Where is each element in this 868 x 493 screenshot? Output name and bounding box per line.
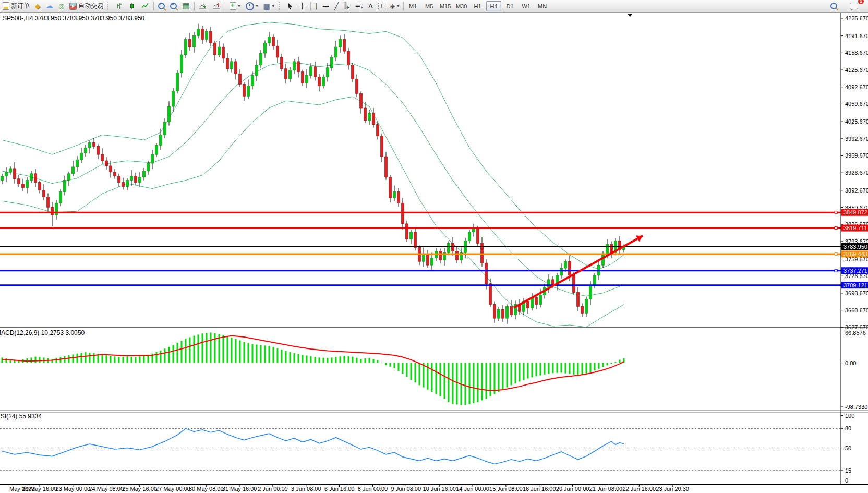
bollinger-bands (2, 22, 624, 327)
timeframe-h1-button[interactable]: H1 (470, 1, 485, 11)
svg-text:3 Jun 08:00: 3 Jun 08:00 (291, 486, 321, 492)
svg-text:50: 50 (845, 445, 851, 451)
bollinger-middle-band (2, 63, 624, 296)
add-indicator-icon: + (230, 2, 236, 10)
line-chart-icon (141, 2, 149, 10)
cursor-icon (286, 2, 293, 10)
tile-windows-button[interactable]: ▦ (179, 1, 192, 11)
svg-text:4191.670: 4191.670 (845, 33, 868, 39)
label-tool-button[interactable]: T (376, 1, 387, 11)
timeframe-mn-button[interactable]: MN (535, 1, 550, 11)
market-watch-button[interactable]: ◆ (32, 1, 43, 11)
main-toolbar: 新订单 ◆ ☁ ◎ 自动交易 + − ▦ + ▾ (0, 0, 868, 13)
chart-shift-button[interactable] (210, 1, 223, 11)
search-button[interactable] (828, 1, 840, 11)
svg-text:3769.443: 3769.443 (843, 251, 867, 257)
svg-text:2 Jun 00:00: 2 Jun 00:00 (258, 486, 288, 492)
svg-text:3819.711: 3819.711 (843, 225, 867, 231)
svg-text:3849.872: 3849.872 (843, 209, 867, 215)
vertical-line-tool-button[interactable]: | (312, 1, 320, 11)
svg-text:30 May 08:00: 30 May 08:00 (189, 486, 224, 492)
candle-chart-mode-button[interactable] (126, 1, 139, 11)
svg-text:4225.670: 4225.670 (845, 15, 868, 21)
svg-text:3959.670: 3959.670 (845, 152, 868, 159)
svg-text:14 Jun 00:00: 14 Jun 00:00 (456, 486, 489, 492)
svg-text:10 Jun 16:00: 10 Jun 16:00 (423, 486, 456, 492)
toolbar-separator (310, 2, 311, 10)
macd-label: MACD(12,26,9) 10.2753 3.0050 (0, 329, 85, 336)
svg-text:6 Jun 16:00: 6 Jun 16:00 (324, 486, 355, 492)
toolbar-grip (107, 2, 111, 10)
chart-canvas[interactable]: 4225.6704191.6704158.6704125.6704092.670… (0, 13, 868, 493)
timeframe-m15-button[interactable]: M15 (438, 1, 453, 11)
timeframe-m1-button[interactable]: M1 (405, 1, 420, 11)
chevron-down-icon: ▾ (256, 4, 258, 8)
timeframe-w1-button[interactable]: W1 (519, 1, 534, 11)
data-window-button[interactable]: ☁ (43, 1, 56, 11)
price-tag-3737.271: 3737.271 (841, 267, 868, 274)
clock-icon (246, 2, 254, 10)
horizontal-line-icon: — (322, 3, 329, 9)
toolbar-separator (153, 2, 154, 10)
zoom-in-button[interactable]: + (155, 1, 167, 11)
candlestick-icon (128, 2, 136, 10)
templates-button[interactable]: ▤ ▾ (261, 1, 277, 11)
svg-text:20 Jun 00:00: 20 Jun 00:00 (556, 486, 589, 492)
fibonacci-tool-button[interactable]: ≡F (353, 1, 366, 11)
toolbar-separator (194, 2, 195, 10)
timeframe-d1-button[interactable]: D1 (502, 1, 517, 11)
svg-text:0: 0 (845, 477, 848, 484)
new-order-button[interactable]: 新订单 (0, 1, 32, 11)
shapes-tool-button[interactable]: ◈ ▾ (387, 1, 402, 11)
shapes-icon: ◈ (390, 3, 395, 9)
timeframe-h4-button[interactable]: H4 (486, 1, 501, 11)
price-tag-3709.121: 3709.121 (841, 282, 868, 288)
auto-scroll-button[interactable] (196, 1, 210, 11)
new-order-label: 新订单 (11, 2, 30, 10)
svg-text:66.8576: 66.8576 (845, 330, 866, 336)
cursor-tool-button[interactable] (284, 1, 296, 11)
periods-button[interactable]: ▾ (243, 1, 261, 11)
line-chart-mode-button[interactable] (139, 1, 152, 11)
toolbar-separator (403, 2, 404, 10)
label-tool-icon: T (378, 3, 384, 9)
svg-text:24 May 08:00: 24 May 08:00 (89, 486, 124, 492)
channel-tool-button[interactable]: ∥E (341, 1, 353, 11)
candlestick-series (1, 24, 625, 324)
svg-text:-98.7330: -98.7330 (845, 404, 867, 410)
tile-windows-icon: ▦ (182, 2, 189, 10)
signals-button[interactable]: ◎ (56, 1, 67, 11)
svg-text:0.00: 0.00 (845, 360, 856, 366)
price-tag-3769.443: 3769.443 (841, 250, 868, 257)
svg-text:15 Jun 08:00: 15 Jun 08:00 (489, 486, 523, 492)
chevron-down-icon: ▾ (238, 4, 240, 8)
trendline-tool-button[interactable]: ╱ (332, 1, 341, 11)
price-tag-3783.950: 3783.950 (841, 243, 868, 250)
svg-text:3693.670: 3693.670 (845, 290, 868, 296)
horizontal-line-tool-button[interactable]: — (320, 1, 332, 11)
macd-panel: 66.85760.00-98.7330 (2, 330, 868, 410)
zoom-in-icon: + (158, 3, 165, 9)
bar-chart-icon (115, 2, 123, 10)
auto-trading-button[interactable]: 自动交易 (67, 1, 106, 11)
macd-signal-line (2, 336, 624, 391)
text-tool-button[interactable]: A (366, 1, 376, 11)
svg-text:4059.670: 4059.670 (845, 101, 868, 107)
crosshair-tool-button[interactable] (296, 1, 309, 11)
notifications-button[interactable]: 1 (847, 1, 861, 11)
toolbar-grip (279, 2, 282, 10)
date-axis: May 202219 May 16:0023 May 00:0024 May 0… (9, 485, 689, 492)
zoom-out-button[interactable]: − (167, 1, 179, 11)
chart-window[interactable]: 4225.6704191.6704158.6704125.6704092.670… (0, 13, 868, 493)
timeframe-m5-button[interactable]: M5 (421, 1, 437, 11)
indicators-button[interactable]: + ▾ (227, 1, 243, 11)
chart-shift-marker[interactable] (628, 14, 633, 17)
svg-text:23 Jun 20:30: 23 Jun 20:30 (656, 486, 689, 492)
svg-text:23 May 00:00: 23 May 00:00 (56, 486, 91, 492)
svg-text:25 May 16:00: 25 May 16:00 (122, 486, 157, 492)
svg-text:3783.950: 3783.950 (843, 244, 867, 250)
svg-text:9 Jun 08:00: 9 Jun 08:00 (391, 486, 421, 492)
chat-icon (850, 3, 858, 9)
timeframe-m30-button[interactable]: M30 (454, 1, 469, 11)
bar-chart-mode-button[interactable] (113, 1, 126, 11)
